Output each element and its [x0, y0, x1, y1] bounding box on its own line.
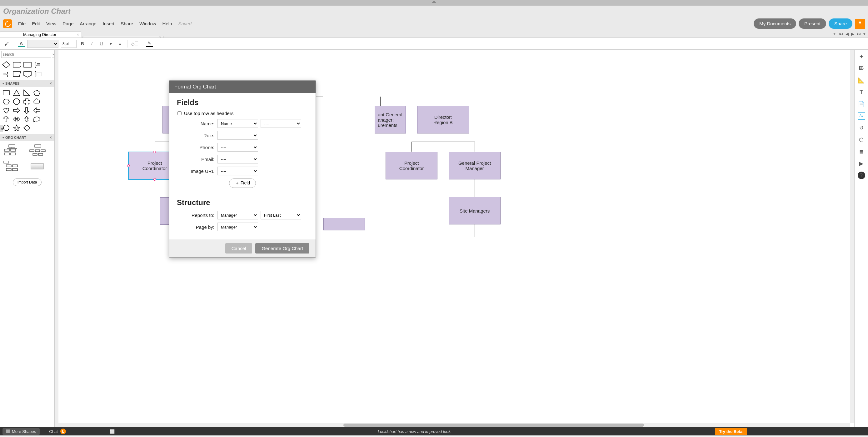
add-tab-icon[interactable]: ＋ — [832, 31, 836, 36]
orgchart-section-header[interactable]: ▾ ORG CHART × — [0, 134, 54, 141]
try-beta-button[interactable]: Try the Beta — [715, 428, 747, 435]
menu-share[interactable]: Share — [118, 19, 136, 28]
phone-field-select[interactable]: ---- — [217, 143, 258, 152]
menu-help[interactable]: Help — [159, 19, 175, 28]
font-size-input[interactable] — [61, 40, 76, 48]
arrow-updown-icon[interactable] — [23, 116, 31, 122]
pentagon-icon[interactable] — [33, 89, 41, 96]
feedback-button[interactable]: ❞ — [855, 19, 865, 29]
app-logo-icon[interactable] — [3, 19, 12, 28]
menu-file[interactable]: File — [15, 19, 29, 28]
octagon-icon[interactable] — [13, 98, 20, 105]
orgchart-template-icon[interactable] — [29, 144, 46, 156]
diamond-icon[interactable] — [23, 124, 31, 131]
font-family-select[interactable] — [27, 40, 58, 48]
shape-icon[interactable]: }≡ — [34, 61, 42, 68]
image-field-select[interactable]: ---- — [217, 167, 258, 175]
user-avatar[interactable]: L — [60, 429, 66, 434]
heart-icon[interactable] — [2, 107, 10, 114]
shape-icon[interactable] — [12, 61, 21, 68]
collapse-sidebar-button[interactable]: ◀ — [0, 125, 3, 132]
text-color-button[interactable]: A — [18, 40, 25, 47]
generate-org-chart-button[interactable]: Generate Org Chart — [255, 243, 309, 254]
horizontal-scrollbar[interactable] — [58, 423, 850, 427]
page-by-select[interactable]: Manager — [217, 223, 258, 231]
search-clear-button[interactable]: × — [52, 51, 54, 58]
arrow-left-icon[interactable] — [33, 107, 41, 114]
shape-icon[interactable] — [2, 61, 11, 68]
org-node-hidden[interactable] — [323, 218, 365, 230]
tab-inactive[interactable]: × — [83, 36, 164, 37]
orgchart-template-icon[interactable] — [3, 161, 21, 173]
arrow-down-icon[interactable] — [23, 107, 31, 114]
underline-button[interactable]: U — [98, 40, 105, 47]
sidebar-scrollbar[interactable] — [55, 50, 58, 427]
next-page-icon[interactable]: ▶ — [851, 32, 854, 36]
org-node-director-b[interactable]: Director:Region B — [417, 106, 469, 134]
text-options-dropdown[interactable]: ▾ — [107, 40, 114, 47]
cloud-icon[interactable] — [33, 98, 41, 105]
reports-to-select[interactable]: Manager — [217, 211, 258, 220]
org-node-project-coordinator-b[interactable]: ProjectCoordinator — [385, 152, 437, 179]
use-top-row-checkbox[interactable] — [178, 111, 182, 115]
menu-arrange[interactable]: Arrange — [76, 19, 99, 28]
arrow-leftright-icon[interactable] — [13, 116, 20, 122]
role-field-select[interactable]: ---- — [217, 131, 258, 140]
import-data-button[interactable]: Import Data — [13, 178, 42, 186]
close-icon[interactable]: × — [50, 81, 52, 86]
rectangle-icon[interactable] — [2, 89, 10, 96]
shape-icon[interactable] — [12, 70, 21, 78]
shapes-section-header[interactable]: ▾ SHAPES × — [0, 80, 54, 87]
text-icon[interactable]: T — [858, 88, 865, 96]
paint-format-icon[interactable]: 🖌 — [3, 40, 10, 47]
bold-button[interactable]: B — [79, 40, 86, 47]
italic-button[interactable]: I — [88, 40, 95, 47]
orgchart-template-icon[interactable] — [3, 144, 21, 156]
menu-edit[interactable]: Edit — [29, 19, 43, 28]
chat-label[interactable]: Chat — [49, 429, 58, 434]
cancel-button[interactable]: Cancel — [225, 243, 252, 254]
fill-color-button[interactable]: ◇ — [131, 40, 138, 47]
orgchart-single-icon[interactable] — [29, 161, 46, 173]
email-field-select[interactable]: ---- — [217, 155, 258, 164]
shape-icon[interactable] — [23, 61, 32, 68]
hexagon-icon[interactable]: ⬡ — [858, 136, 865, 144]
share-button[interactable]: Share — [829, 19, 852, 29]
ruler-icon[interactable]: 📐 — [858, 77, 865, 84]
shape-icon[interactable]: ≡{ — [2, 70, 11, 78]
callout-icon[interactable] — [33, 116, 41, 122]
menu-window[interactable]: Window — [136, 19, 159, 28]
tab-menu-icon[interactable]: ▾ — [863, 32, 866, 36]
more-shapes-button[interactable]: More Shapes — [2, 428, 40, 435]
page-icon[interactable]: 📄 — [858, 100, 865, 108]
expand-chat-icon[interactable]: ⬜ — [110, 429, 115, 434]
reports-to-format-select[interactable]: First Last — [260, 211, 301, 220]
arrow-right-icon[interactable] — [13, 107, 20, 114]
triangle-icon[interactable] — [13, 89, 20, 96]
arrow-up-icon[interactable] — [2, 116, 10, 122]
close-icon[interactable]: × — [50, 135, 52, 140]
close-icon[interactable]: × — [76, 32, 79, 37]
help-icon[interactable]: ? — [858, 172, 865, 179]
circle-icon[interactable] — [2, 124, 10, 131]
resize-handle[interactable] — [127, 165, 130, 167]
tab-managing-director[interactable]: Managing Director × — [0, 31, 81, 37]
image-icon[interactable]: 🖼 — [858, 65, 865, 72]
prev-page-icon[interactable]: ◀ — [845, 32, 849, 36]
align-button[interactable]: ≡ — [117, 40, 123, 47]
shape-icon[interactable] — [23, 70, 32, 78]
cross-icon[interactable] — [23, 98, 31, 105]
history-icon[interactable]: ↺ — [858, 124, 865, 132]
add-field-button[interactable]: ＋ Field — [229, 178, 256, 188]
shape-search-input[interactable] — [1, 51, 51, 58]
org-node-agm[interactable]: ant Generalanager:urements — [375, 106, 406, 134]
right-triangle-icon[interactable] — [23, 89, 31, 96]
close-icon[interactable]: × — [159, 35, 161, 39]
menu-insert[interactable]: Insert — [100, 19, 118, 28]
org-node-gpm-b[interactable]: General ProjectManager — [449, 152, 501, 179]
hexagon-icon[interactable] — [2, 98, 10, 105]
star-icon[interactable] — [13, 124, 20, 131]
resize-handle[interactable] — [153, 178, 156, 181]
layers-icon[interactable]: ≣ — [858, 148, 865, 155]
last-page-icon[interactable]: ⏭ — [857, 32, 861, 36]
